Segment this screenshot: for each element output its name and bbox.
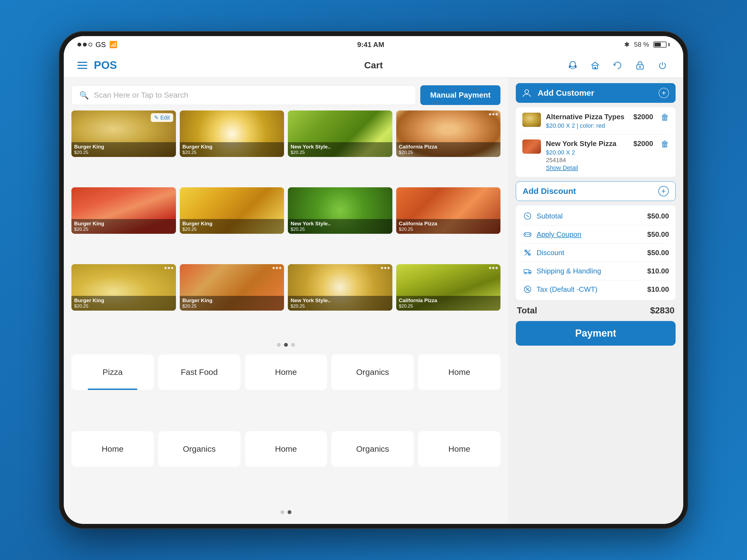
- product-card[interactable]: Burger King $20.25: [180, 187, 284, 234]
- cart-items: Alternative Pizza Types $20.00 X 2 | col…: [516, 107, 676, 177]
- more-options-badge: [489, 113, 498, 115]
- cart-item-meta-1: $20.00 X 2 | color: red: [546, 122, 628, 129]
- main-content: 🔍 Scan Here or Tap to Search Manual Paym…: [64, 78, 683, 524]
- lock-icon[interactable]: [633, 58, 647, 73]
- product-card[interactable]: California Pizza $20.25: [396, 264, 501, 311]
- product-card[interactable]: Burger King $20.25: [71, 187, 176, 234]
- category-home-5[interactable]: Home: [418, 431, 500, 467]
- total-row: Total $2830: [516, 304, 676, 317]
- order-summary: Subtotal $50.00: [516, 205, 676, 300]
- category-fastfood[interactable]: Fast Food: [158, 354, 240, 390]
- page-dot-1[interactable]: [277, 343, 281, 347]
- battery-label: 58 %: [634, 41, 649, 48]
- product-pagination: [71, 341, 500, 349]
- category-home-4[interactable]: Home: [245, 431, 327, 467]
- add-discount-bar[interactable]: Add Discount +: [516, 181, 676, 201]
- cart-item-delete-2[interactable]: 🗑: [661, 139, 669, 149]
- apply-coupon-label[interactable]: Apply Coupon: [537, 230, 643, 239]
- cat-dot-2[interactable]: [288, 510, 291, 514]
- cat-dot-1[interactable]: [281, 510, 284, 514]
- battery-tip: [668, 43, 670, 46]
- bluetooth-icon: ✱: [624, 41, 629, 48]
- product-price: $20.25: [290, 303, 390, 309]
- signal-dot-3: [88, 43, 92, 47]
- category-label: Home: [448, 444, 470, 454]
- category-organics-3[interactable]: Organics: [331, 431, 414, 467]
- category-home-1[interactable]: Home: [245, 354, 327, 390]
- status-right: ✱ 58 %: [624, 41, 670, 48]
- discount-value: $50.00: [647, 248, 669, 257]
- total-value: $2830: [650, 305, 674, 316]
- edit-badge[interactable]: ✎Edit: [151, 113, 173, 122]
- product-name: Burger King: [182, 221, 282, 227]
- product-price: $20.25: [182, 303, 282, 309]
- product-info: Burger King $20.25: [180, 142, 284, 157]
- product-card[interactable]: New York Style.. $20.25: [288, 264, 392, 311]
- product-card[interactable]: California Pizza $20.25: [396, 187, 501, 234]
- add-customer-bar[interactable]: Add Customer +: [516, 83, 676, 103]
- product-card[interactable]: Burger King $20.25: [180, 110, 284, 157]
- search-icon: 🔍: [79, 91, 89, 100]
- product-card[interactable]: California Pizza $20.25: [396, 110, 501, 157]
- search-row: 🔍 Scan Here or Tap to Search Manual Paym…: [71, 85, 500, 105]
- more-options-badge: [489, 267, 498, 269]
- cart-item-delete-1[interactable]: 🗑: [661, 113, 669, 122]
- category-home-2[interactable]: Home: [418, 354, 500, 390]
- product-price: $20.25: [74, 303, 173, 309]
- add-discount-label: Add Discount: [523, 186, 653, 196]
- coupon-row: Apply Coupon $50.00: [522, 229, 669, 240]
- product-price: $20.25: [399, 227, 498, 232]
- refresh-icon[interactable]: [611, 58, 625, 73]
- status-time: 9:41 AM: [357, 41, 384, 49]
- product-name: Burger King: [74, 221, 173, 227]
- category-organics-1[interactable]: Organics: [331, 354, 414, 390]
- power-icon[interactable]: [655, 58, 670, 73]
- add-discount-plus-icon[interactable]: +: [658, 186, 669, 196]
- product-info: California Pizza $20.25: [396, 219, 501, 234]
- left-panel: 🔍 Scan Here or Tap to Search Manual Paym…: [64, 78, 508, 524]
- product-card[interactable]: Burger King $20.25: [180, 264, 284, 311]
- product-name: Burger King: [182, 144, 282, 150]
- total-label: Total: [517, 305, 650, 316]
- page-dot-2[interactable]: [284, 343, 288, 347]
- product-card[interactable]: ✎Edit Burger King $20.25: [71, 110, 176, 157]
- discount-icon: [522, 247, 533, 258]
- shipping-label: Shipping & Handling: [537, 267, 643, 275]
- category-label: Organics: [356, 444, 389, 454]
- category-organics-2[interactable]: Organics: [158, 431, 240, 467]
- show-detail-link[interactable]: Show Detail: [546, 164, 628, 171]
- product-name: New York Style..: [290, 297, 390, 303]
- home-icon[interactable]: [588, 58, 602, 73]
- manual-payment-button[interactable]: Manual Payment: [420, 85, 500, 105]
- category-home-3[interactable]: Home: [71, 431, 154, 467]
- cart-item-image-1: [522, 113, 541, 127]
- product-card[interactable]: New York Style.. $20.25: [288, 110, 392, 157]
- cart-item-name-2: New York Style Pizza: [546, 139, 628, 148]
- battery-bar: [653, 42, 667, 48]
- hamburger-menu-button[interactable]: [77, 62, 87, 69]
- product-grid-row2: Burger King $20.25 Burger King $20.25: [71, 187, 500, 259]
- wifi-icon: 📶: [109, 41, 118, 48]
- svg-point-11: [530, 234, 532, 235]
- cart-item-extra-2: 254184: [546, 157, 628, 164]
- svg-point-0: [570, 61, 575, 67]
- product-price: $20.25: [74, 227, 173, 232]
- battery-fill: [654, 43, 661, 47]
- cart-item-details-2: New York Style Pizza $20.00 X 2 254184 S…: [546, 139, 628, 171]
- cart-item-1: Alternative Pizza Types $20.00 X 2 | col…: [522, 113, 669, 129]
- search-bar[interactable]: 🔍 Scan Here or Tap to Search: [71, 85, 416, 105]
- payment-button[interactable]: Payment: [516, 321, 676, 346]
- cart-title: Cart: [275, 60, 472, 71]
- product-info: Burger King $20.25: [71, 219, 176, 234]
- page-dot-3[interactable]: [291, 343, 295, 347]
- battery-icon: [653, 42, 670, 48]
- headset-icon[interactable]: [566, 58, 580, 73]
- product-price: $20.25: [182, 227, 282, 232]
- product-card[interactable]: New York Style.. $20.25: [288, 187, 392, 234]
- tablet-frame: GS 📶 9:41 AM ✱ 58 % POS: [59, 31, 688, 529]
- product-card[interactable]: Burger King $20.25: [71, 264, 176, 311]
- add-customer-plus-icon[interactable]: +: [659, 88, 669, 98]
- status-bar: GS 📶 9:41 AM ✱ 58 %: [64, 36, 683, 53]
- product-info: California Pizza $20.25: [396, 296, 501, 311]
- category-pizza[interactable]: Pizza: [71, 354, 154, 390]
